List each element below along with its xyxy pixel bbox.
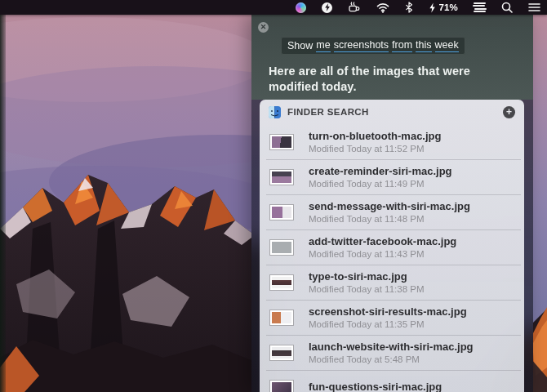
query-word[interactable]: this bbox=[416, 39, 431, 52]
file-row[interactable]: send-message-with-siri-mac.jpg Modified … bbox=[260, 194, 524, 229]
file-modified: Modified Today at 11:35 PM bbox=[309, 319, 467, 329]
file-name: create-reminder-siri-mac.jpg bbox=[309, 165, 452, 177]
siri-panel: ✕ Show me screenshots from this week Her… bbox=[251, 15, 533, 392]
file-name: screenshot-siri-results-mac.jpg bbox=[309, 305, 467, 318]
card-title: FINDER SEARCH bbox=[287, 107, 496, 117]
card-header: FINDER SEARCH + bbox=[260, 100, 524, 124]
file-name: turn-on-bluetooth-mac.jpg bbox=[309, 130, 441, 142]
file-row[interactable]: create-reminder-siri-mac.jpg Modified To… bbox=[260, 159, 524, 194]
stacked-lines-icon[interactable] bbox=[474, 0, 486, 15]
siri-panel-body: FINDER SEARCH + turn-on-bluetooth-mac.jp… bbox=[251, 100, 533, 392]
file-row[interactable]: fun-questions-siri-mac.jpg bbox=[260, 370, 524, 392]
finder-icon bbox=[269, 106, 281, 118]
spotlight-search-icon[interactable] bbox=[501, 0, 513, 15]
file-meta: create-reminder-siri-mac.jpg Modified To… bbox=[309, 165, 452, 189]
file-row[interactable]: turn-on-bluetooth-mac.jpg Modified Today… bbox=[260, 124, 524, 159]
coffee-mug-icon[interactable] bbox=[348, 0, 361, 15]
file-row[interactable]: screenshot-siri-results-mac.jpg Modified… bbox=[260, 300, 524, 335]
file-thumbnail bbox=[269, 274, 294, 291]
siri-response: Here are all of the images that were mod… bbox=[269, 64, 518, 95]
file-modified: Modified Today at 11:52 PM bbox=[309, 144, 441, 154]
siri-icon[interactable] bbox=[296, 0, 306, 15]
file-meta: turn-on-bluetooth-mac.jpg Modified Today… bbox=[309, 130, 441, 154]
bluetooth-icon[interactable] bbox=[405, 0, 413, 15]
battery-percentage: 71% bbox=[438, 2, 458, 12]
file-meta: send-message-with-siri-mac.jpg Modified … bbox=[309, 200, 470, 224]
file-row[interactable]: add-twitter-facebook-mac.jpg Modified To… bbox=[260, 229, 524, 265]
file-name: fun-questions-siri-mac.jpg bbox=[309, 381, 442, 392]
file-modified: Modified Today at 5:48 PM bbox=[309, 354, 474, 364]
file-thumbnail bbox=[269, 380, 294, 392]
siri-panel-top: ✕ Show me screenshots from this week Her… bbox=[251, 15, 533, 100]
query-field[interactable]: Show me screenshots from this week bbox=[281, 37, 465, 55]
wifi-icon[interactable] bbox=[376, 0, 389, 15]
add-button[interactable]: + bbox=[503, 106, 515, 118]
bolt-circle-icon[interactable] bbox=[322, 2, 332, 13]
file-thumbnail bbox=[269, 169, 294, 185]
file-modified: Modified Today at 11:49 PM bbox=[309, 179, 452, 189]
battery-status[interactable]: 71% bbox=[429, 2, 458, 13]
file-thumbnail bbox=[269, 204, 294, 220]
close-button[interactable]: ✕ bbox=[258, 22, 269, 33]
file-modified: Modified Today at 11:43 PM bbox=[309, 249, 456, 259]
file-name: launch-website-with-siri-mac.jpg bbox=[309, 341, 474, 353]
file-meta: launch-website-with-siri-mac.jpg Modifie… bbox=[309, 341, 474, 364]
query-word[interactable]: week bbox=[435, 39, 459, 52]
notification-center-icon[interactable] bbox=[528, 0, 540, 15]
file-thumbnail bbox=[269, 134, 294, 150]
file-thumbnail bbox=[269, 310, 294, 326]
query-word[interactable]: Show bbox=[287, 40, 313, 52]
file-thumbnail bbox=[269, 239, 294, 256]
desktop-screen: 71% ✕ Show me screenshots from this week bbox=[0, 0, 547, 392]
file-meta: add-twitter-facebook-mac.jpg Modified To… bbox=[309, 235, 456, 259]
finder-search-card: FINDER SEARCH + turn-on-bluetooth-mac.jp… bbox=[260, 100, 524, 392]
file-meta: fun-questions-siri-mac.jpg bbox=[309, 381, 442, 392]
query-word[interactable]: me bbox=[316, 39, 330, 52]
file-name: type-to-siri-mac.jpg bbox=[309, 270, 425, 283]
file-row[interactable]: launch-website-with-siri-mac.jpg Modifie… bbox=[260, 335, 524, 370]
battery-charging-bolt-icon bbox=[429, 2, 436, 13]
file-modified: Modified Today at 11:38 PM bbox=[309, 284, 425, 294]
file-meta: screenshot-siri-results-mac.jpg Modified… bbox=[309, 305, 467, 329]
file-thumbnail bbox=[269, 345, 294, 361]
query-word[interactable]: screenshots bbox=[334, 39, 389, 52]
screen-left-shade bbox=[0, 15, 6, 392]
file-row[interactable]: type-to-siri-mac.jpg Modified Today at 1… bbox=[260, 265, 524, 300]
query-word[interactable]: from bbox=[392, 39, 412, 52]
file-modified: Modified Today at 11:48 PM bbox=[309, 214, 470, 224]
file-name: send-message-with-siri-mac.jpg bbox=[309, 200, 470, 212]
file-meta: type-to-siri-mac.jpg Modified Today at 1… bbox=[309, 270, 425, 294]
file-name: add-twitter-facebook-mac.jpg bbox=[309, 235, 456, 247]
menu-bar: 71% bbox=[0, 0, 547, 15]
file-list: turn-on-bluetooth-mac.jpg Modified Today… bbox=[260, 124, 524, 392]
